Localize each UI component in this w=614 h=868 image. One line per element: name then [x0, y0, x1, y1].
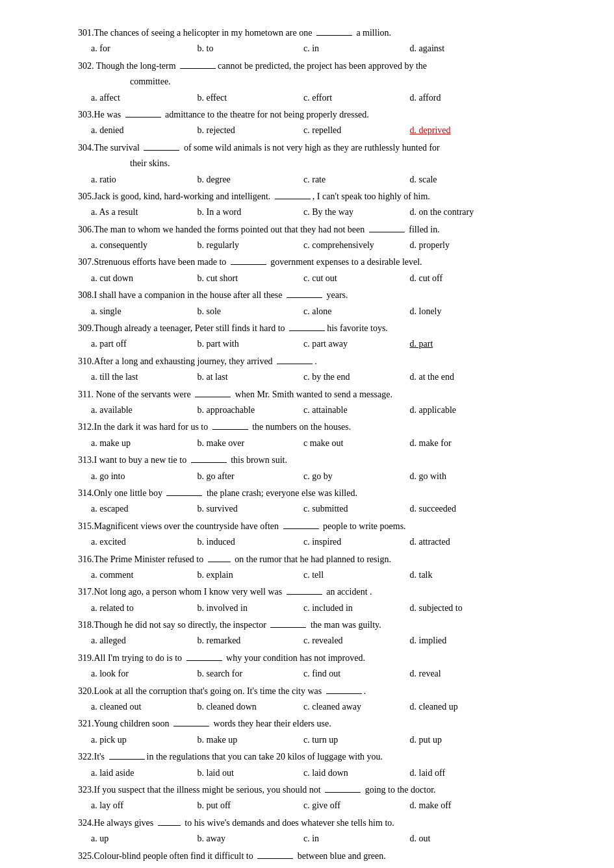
question-312: 312.In the dark it was hard for us to th…	[78, 420, 575, 451]
q319-options: a. look for b. search for c. find out d.…	[91, 667, 575, 681]
q313-options: a. go into b. go after c. go by d. go wi…	[91, 469, 575, 484]
question-304: 304.The survival of some wild animals is…	[78, 141, 575, 187]
question-320: 320.Look at all the corruption that's go…	[78, 684, 575, 715]
question-322: 322.It's in the regulations that you can…	[78, 750, 575, 780]
question-316: 316.The Prime Minister refused to on the…	[78, 552, 575, 583]
q324-options: a. up b. away c. in d. out	[91, 832, 575, 846]
question-321: 321.Young children soon words they hear …	[78, 717, 575, 747]
q311-options: a. available b. approachable c. attainab…	[91, 403, 575, 417]
question-318: 318.Though he did not say so directly, t…	[78, 618, 575, 649]
q308-options: a. single b. sole c. alone d. lonely	[91, 304, 575, 319]
question-317: 317.Not long ago, a person whom I know v…	[78, 585, 575, 615]
question-314: 314.Only one little boy the plane crash;…	[78, 486, 575, 517]
q321-text: 321.Young children soon words they hear …	[78, 717, 575, 731]
q305-options: a. As a result b. In a word c. By the wa…	[91, 205, 575, 219]
question-306: 306.The man to whom we handed the forms …	[78, 223, 575, 253]
q301-options: a. for b. to c. in d. against	[91, 42, 575, 56]
q302-text: 302. Though the long-term cannot be pred…	[78, 59, 575, 73]
q320-options: a. cleaned out b. cleaned down c. cleane…	[91, 700, 575, 714]
q320-text: 320.Look at all the corruption that's go…	[78, 684, 575, 699]
question-313: 313.I want to buy a new tie to this brow…	[78, 453, 575, 484]
q310-text: 310.After a long and exhausting journey,…	[78, 354, 575, 369]
q324-text: 324.He always gives to his wive's demand…	[78, 816, 575, 830]
q309-text: 309.Though already a teenager, Peter sti…	[78, 321, 575, 336]
q314-text: 314.Only one little boy the plane crash;…	[78, 486, 575, 501]
q305-text: 305.Jack is good, kind, hard-working and…	[78, 190, 575, 204]
q313-text: 313.I want to buy a new tie to this brow…	[78, 453, 575, 467]
q309-options: a. part off b. part with c. part away d.…	[91, 337, 575, 351]
question-308: 308.I shall have a companion in the hous…	[78, 288, 575, 319]
q325-options: a. separate b. contrast c. compare d. di…	[91, 865, 575, 868]
q306-text: 306.The man to whom we handed the forms …	[78, 223, 575, 237]
q307-options: a. cut down b. cut short c. cut out d. c…	[91, 271, 575, 286]
q323-options: a. lay off b. put off c. give off d. mak…	[91, 799, 575, 813]
q315-text: 315.Magnificent views over the countrysi…	[78, 519, 575, 534]
question-310: 310.After a long and exhausting journey,…	[78, 354, 575, 385]
q316-options: a. comment b. explain c. tell d. talk	[91, 568, 575, 582]
question-303: 303.He was admittance to the theatre for…	[78, 108, 575, 138]
q303-options: a. denied b. rejected c. repelled d. dep…	[91, 123, 575, 138]
question-307: 307.Strenuous efforts have been made to …	[78, 255, 575, 286]
q318-options: a. alleged b. remarked c. revealed d. im…	[91, 634, 575, 648]
q304-options: a. ratio b. degree c. rate d. scale	[91, 173, 575, 187]
q317-options: a. related to b. involved in c. included…	[91, 601, 575, 615]
question-323: 323.If you suspect that the illness migh…	[78, 783, 575, 813]
q319-text: 319.All I'm trying to do is to why your …	[78, 651, 575, 665]
q312-options: a. make up b. make over c make out d. ma…	[91, 436, 575, 451]
question-315: 315.Magnificent views over the countrysi…	[78, 519, 575, 550]
question-325: 325.Colour-blind people often find it di…	[78, 849, 575, 868]
q323-text: 323.If you suspect that the illness migh…	[78, 783, 575, 797]
question-305: 305.Jack is good, kind, hard-working and…	[78, 190, 575, 220]
q325-text: 325.Colour-blind people often find it di…	[78, 849, 575, 863]
q301-text: 301.The chances of seeing a helicopter i…	[78, 26, 575, 40]
q322-text: 322.It's in the regulations that you can…	[78, 750, 575, 764]
question-311: 311. None of the servants were when Mr. …	[78, 388, 575, 418]
q304-text: 304.The survival of some wild animals is…	[78, 141, 575, 155]
q317-text: 317.Not long ago, a person whom I know v…	[78, 585, 575, 599]
q316-text: 316.The Prime Minister refused to on the…	[78, 552, 575, 567]
q322-options: a. laid aside b. laid out c. laid down d…	[91, 766, 575, 780]
q308-text: 308.I shall have a companion in the hous…	[78, 288, 575, 303]
question-309: 309.Though already a teenager, Peter sti…	[78, 321, 575, 352]
q306-options: a. consequently b. regularly c. comprehe…	[91, 238, 575, 253]
question-302: 302. Though the long-term cannot be pred…	[78, 59, 575, 105]
question-301: 301.The chances of seeing a helicopter i…	[78, 26, 575, 56]
question-319: 319.All I'm trying to do is to why your …	[78, 651, 575, 682]
q310-options: a. till the last b. at last c. by the en…	[91, 370, 575, 384]
page-content: 301.The chances of seeing a helicopter i…	[0, 0, 614, 868]
q321-options: a. pick up b. make up c. turn up d. put …	[91, 733, 575, 747]
q307-text: 307.Strenuous efforts have been made to …	[78, 255, 575, 269]
q303-text: 303.He was admittance to the theatre for…	[78, 108, 575, 122]
q315-options: a. excited b. induced c. inspired d. att…	[91, 535, 575, 549]
q312-text: 312.In the dark it was hard for us to th…	[78, 420, 575, 434]
question-324: 324.He always gives to his wive's demand…	[78, 816, 575, 847]
q302-options: a. affect b. effect c. effort d. afford	[91, 91, 575, 105]
q314-options: a. escaped b. survived c. submitted d. s…	[91, 502, 575, 516]
q318-text: 318.Though he did not say so directly, t…	[78, 618, 575, 632]
q311-text: 311. None of the servants were when Mr. …	[78, 388, 575, 402]
